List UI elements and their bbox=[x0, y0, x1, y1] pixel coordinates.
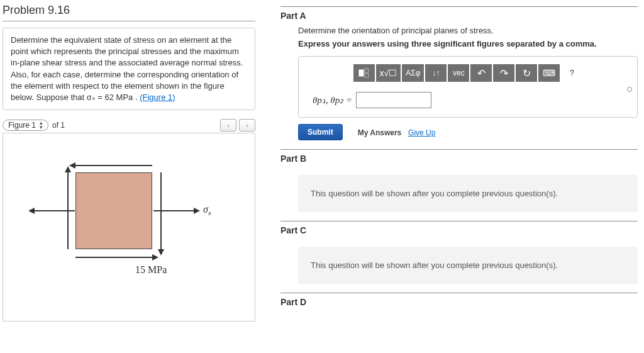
svg-rect-1 bbox=[365, 69, 369, 72]
figure-select-label: Figure 1 bbox=[8, 121, 36, 130]
answer-box: x√☐ ΑΣφ ↓↑ vec ↶ ↷ ↻ ⌨ ? θp₁, θp₂ = bbox=[298, 56, 638, 118]
shear-value-label: 15 MPa bbox=[135, 264, 167, 276]
part-b-heading: Part B bbox=[280, 150, 638, 169]
shear-arrow-top bbox=[75, 165, 152, 166]
figure-link[interactable]: (Figure 1) bbox=[140, 92, 175, 102]
part-a-instruction: Express your answers using three signifi… bbox=[280, 39, 638, 48]
figure-select[interactable]: Figure 1 ▴▾ bbox=[3, 120, 48, 131]
keyboard-icon: ⌨ bbox=[543, 68, 555, 78]
answer-actions: Submit My Answers Give Up bbox=[298, 124, 638, 140]
toolbar-help-button[interactable]: ? bbox=[561, 64, 582, 82]
toolbar-sqrt-button[interactable]: x√☐ bbox=[376, 64, 401, 82]
part-c-heading: Part C bbox=[280, 221, 638, 240]
toolbar-vec-button[interactable]: vec bbox=[448, 64, 469, 82]
toolbar-keyboard-button[interactable]: ⌨ bbox=[538, 64, 560, 82]
part-c-locked: This question will be shown after you co… bbox=[298, 247, 638, 284]
toolbar-updown-button[interactable]: ↓↑ bbox=[425, 64, 447, 82]
svg-rect-0 bbox=[359, 70, 364, 76]
part-a-prompt: Determine the orientation of principal p… bbox=[280, 26, 638, 35]
updown-icon: ▴▾ bbox=[40, 121, 43, 130]
figure-of-label: of 1 bbox=[52, 121, 65, 130]
svg-rect-2 bbox=[365, 74, 369, 77]
template-icon bbox=[358, 68, 370, 78]
figure-prev-button[interactable]: ‹ bbox=[220, 119, 236, 132]
give-up-link[interactable]: Give Up bbox=[408, 128, 435, 137]
shear-arrow-bottom bbox=[75, 257, 152, 258]
part-d-heading: Part D bbox=[280, 293, 638, 312]
toolbar-undo-button[interactable]: ↶ bbox=[470, 64, 492, 82]
my-answers-label: My Answers bbox=[358, 128, 402, 137]
left-panel: Problem 9.16 Determine the equivalent st… bbox=[0, 0, 262, 353]
figure-navigation-bar: Figure 1 ▴▾ of 1 ‹ › bbox=[3, 119, 255, 132]
figure-canvas: σx 15 MPa bbox=[3, 133, 255, 322]
figure-next-button[interactable]: › bbox=[239, 119, 255, 132]
equation-toolbar: x√☐ ΑΣφ ↓↑ vec ↶ ↷ ↻ ⌨ ? bbox=[308, 64, 628, 82]
answer-row: θp₁, θp₂ = bbox=[308, 92, 628, 108]
sigma-x-label: σx bbox=[203, 204, 211, 216]
shear-arrow-right bbox=[160, 172, 162, 249]
answer-input[interactable] bbox=[356, 92, 431, 108]
grip-icon bbox=[627, 87, 632, 92]
toolbar-greek-button[interactable]: ΑΣφ bbox=[402, 64, 424, 82]
problem-statement: Determine the equivalent state of stress… bbox=[11, 35, 243, 102]
toolbar-template-button[interactable] bbox=[353, 64, 375, 82]
right-panel: Part A Determine the orientation of prin… bbox=[262, 0, 644, 353]
toolbar-reset-button[interactable]: ↻ bbox=[516, 64, 537, 82]
problem-statement-box: Determine the equivalent state of stress… bbox=[3, 28, 255, 110]
part-b-locked: This question will be shown after you co… bbox=[298, 175, 638, 212]
toolbar-redo-button[interactable]: ↷ bbox=[493, 64, 514, 82]
shear-arrow-left bbox=[67, 172, 69, 249]
part-a-heading: Part A bbox=[280, 7, 638, 26]
problem-title: Problem 9.16 bbox=[3, 4, 255, 21]
sigma-x-arrow-left bbox=[35, 210, 75, 211]
sigma-x-arrow-right bbox=[153, 210, 194, 211]
answer-label: θp₁, θp₂ = bbox=[313, 94, 352, 106]
stress-element-square bbox=[75, 172, 152, 249]
submit-button[interactable]: Submit bbox=[298, 124, 343, 140]
